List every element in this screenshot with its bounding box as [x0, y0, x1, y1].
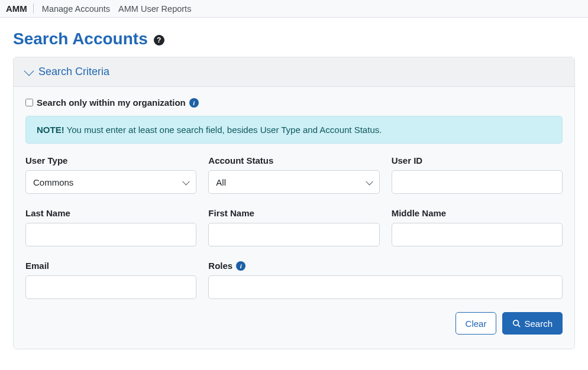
svg-point-0	[513, 320, 519, 326]
search-button-label: Search	[524, 319, 553, 329]
input-middle-name[interactable]	[392, 223, 563, 246]
input-roles[interactable]	[208, 275, 563, 299]
search-button[interactable]: Search	[502, 312, 563, 335]
clear-button-label: Clear	[466, 319, 487, 329]
search-criteria-panel: Search Criteria Search only within my or…	[13, 57, 575, 349]
help-icon[interactable]: ?	[154, 35, 164, 46]
org-only-label: Search only within my organization	[37, 98, 186, 108]
note-text: You must enter at least one search field…	[64, 125, 382, 135]
field-user-id: User ID	[392, 155, 563, 194]
info-icon[interactable]: i	[236, 261, 245, 271]
input-user-id[interactable]	[392, 170, 563, 194]
field-email: Email	[25, 261, 196, 299]
form-grid: User Type Commons Account Status All	[25, 155, 563, 299]
field-middle-name: Middle Name	[392, 208, 563, 246]
page-content: Search Accounts ? Search Criteria Search…	[0, 18, 588, 361]
top-nav: AMM Manage Accounts AMM User Reports	[0, 0, 588, 18]
panel-header[interactable]: Search Criteria	[14, 57, 574, 87]
info-icon[interactable]: i	[189, 98, 199, 108]
svg-line-1	[518, 325, 521, 327]
page-title-row: Search Accounts ?	[13, 30, 575, 48]
page-title: Search Accounts	[13, 30, 148, 48]
select-account-status[interactable]: All	[208, 170, 379, 194]
note-alert: NOTE! You must enter at least one search…	[25, 116, 563, 144]
field-first-name: First Name	[208, 208, 379, 246]
input-email[interactable]	[25, 275, 196, 299]
field-roles: Roles i	[208, 261, 563, 299]
input-first-name[interactable]	[208, 223, 379, 246]
select-account-status-wrap: All	[208, 170, 379, 194]
note-prefix: NOTE!	[37, 125, 64, 135]
field-user-type: User Type Commons	[25, 155, 196, 194]
nav-amm-user-reports[interactable]: AMM User Reports	[118, 4, 191, 14]
search-icon	[512, 319, 521, 327]
button-row: Clear Search	[25, 312, 563, 335]
label-last-name: Last Name	[25, 208, 196, 218]
select-user-type-wrap: Commons	[25, 170, 196, 194]
field-last-name: Last Name	[25, 208, 196, 246]
label-user-id: User ID	[392, 155, 563, 165]
org-only-row: Search only within my organization i	[25, 98, 563, 108]
clear-button[interactable]: Clear	[455, 312, 497, 335]
panel-body: Search only within my organization i NOT…	[14, 87, 574, 349]
panel-header-title: Search Criteria	[38, 66, 109, 78]
label-user-type: User Type	[25, 155, 196, 165]
label-first-name: First Name	[208, 208, 379, 218]
field-account-status: Account Status All	[208, 155, 379, 194]
label-middle-name: Middle Name	[392, 208, 563, 218]
brand: AMM	[6, 4, 34, 14]
select-user-type[interactable]: Commons	[25, 170, 196, 194]
org-only-checkbox[interactable]	[25, 99, 33, 106]
label-email: Email	[25, 261, 196, 271]
chevron-down-icon	[24, 66, 34, 76]
input-last-name[interactable]	[25, 223, 196, 246]
label-account-status: Account Status	[208, 155, 379, 165]
nav-manage-accounts[interactable]: Manage Accounts	[42, 4, 110, 14]
label-roles: Roles	[208, 261, 232, 271]
